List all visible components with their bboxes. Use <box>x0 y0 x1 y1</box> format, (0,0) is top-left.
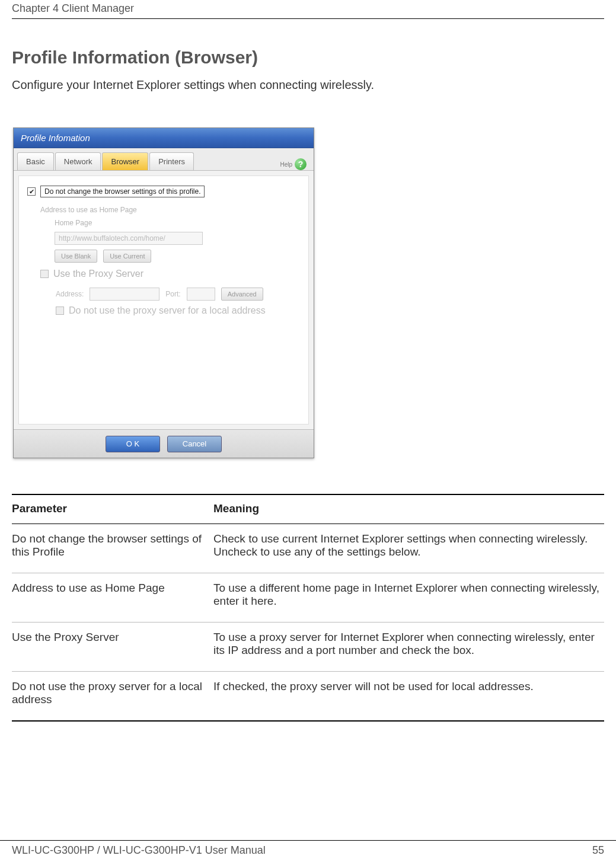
port-label: Port: <box>165 290 180 298</box>
param-cell: Do not use the proxy server for a local … <box>12 672 213 722</box>
advanced-button[interactable]: Advanced <box>221 288 263 301</box>
home-page-label: Home Page <box>55 219 92 227</box>
use-proxy-checkbox[interactable] <box>40 270 49 278</box>
dialog-footer: O K Cancel <box>14 429 314 458</box>
meaning-cell: Check to use current Internet Explorer s… <box>213 524 604 573</box>
table-row: Address to use as Home Page To use a dif… <box>12 573 604 623</box>
home-group-label: Address to use as Home Page <box>40 206 300 214</box>
meaning-cell: To use a different home page in Internet… <box>213 573 604 623</box>
param-cell: Address to use as Home Page <box>12 573 213 623</box>
footer-page-number: 55 <box>592 844 604 857</box>
cancel-button[interactable]: Cancel <box>167 436 222 452</box>
tab-basic[interactable]: Basic <box>17 152 54 170</box>
dont-change-checkbox[interactable] <box>27 187 36 196</box>
ok-button[interactable]: O K <box>106 436 160 452</box>
page-footer: WLI-UC-G300HP / WLI-UC-G300HP-V1 User Ma… <box>0 840 616 857</box>
use-current-button[interactable]: Use Current <box>103 250 151 263</box>
parameter-table: Parameter Meaning Do not change the brow… <box>12 494 604 722</box>
no-proxy-local-label: Do not use the proxy server for a local … <box>69 305 266 316</box>
tab-printers[interactable]: Printers <box>149 152 194 170</box>
dialog-body: Do not change the browser settings of th… <box>18 175 309 424</box>
table-row: Do not change the browser settings of th… <box>12 524 604 573</box>
use-proxy-label: Use the Proxy Server <box>53 269 143 279</box>
dont-change-label: Do not change the browser settings of th… <box>40 186 205 197</box>
meaning-cell: If checked, the proxy server will not be… <box>213 672 604 722</box>
use-blank-button[interactable]: Use Blank <box>55 250 97 263</box>
home-page-input[interactable] <box>55 232 203 245</box>
help-button[interactable]: Help ? <box>280 158 310 170</box>
meaning-cell: To use a proxy server for Internet Explo… <box>213 623 604 672</box>
chapter-header: Chapter 4 Client Manager <box>12 0 604 19</box>
section-intro: Configure your Internet Explorer setting… <box>12 78 604 92</box>
proxy-address-input[interactable] <box>90 288 159 301</box>
no-proxy-local-checkbox[interactable] <box>56 307 64 315</box>
proxy-port-input[interactable] <box>187 288 215 301</box>
dialog-tabs: Basic Network Browser Printers Help ? <box>14 148 314 171</box>
help-label: Help <box>280 161 292 168</box>
param-cell: Use the Proxy Server <box>12 623 213 672</box>
address-label: Address: <box>56 290 84 298</box>
table-row: Do not use the proxy server for a local … <box>12 672 604 722</box>
col-parameter: Parameter <box>12 494 213 524</box>
dialog-title: Profile Infomation <box>14 128 314 148</box>
footer-manual: WLI-UC-G300HP / WLI-UC-G300HP-V1 User Ma… <box>12 844 266 857</box>
profile-info-dialog: Profile Infomation Basic Network Browser… <box>13 127 314 458</box>
tab-browser[interactable]: Browser <box>102 152 148 170</box>
col-meaning: Meaning <box>213 494 604 524</box>
table-row: Use the Proxy Server To use a proxy serv… <box>12 623 604 672</box>
tab-network[interactable]: Network <box>55 152 101 170</box>
section-title: Profile Information (Browser) <box>12 47 604 68</box>
param-cell: Do not change the browser settings of th… <box>12 524 213 573</box>
help-icon: ? <box>295 158 307 170</box>
